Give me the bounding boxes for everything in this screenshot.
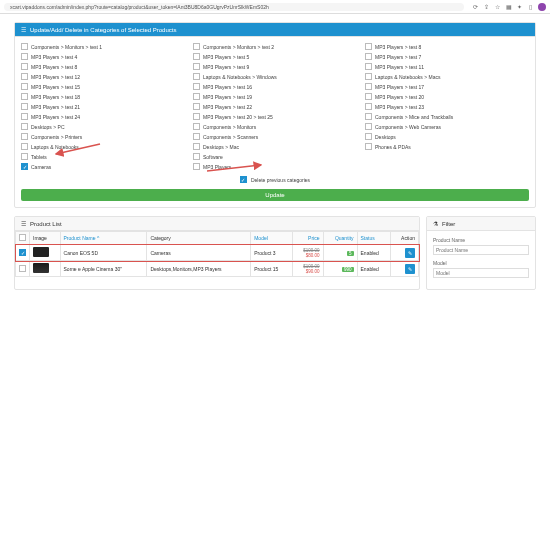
col-quantity[interactable]: Quantity bbox=[323, 232, 357, 245]
filter-model-field: Model bbox=[433, 260, 529, 278]
category-label: Components > Monitors bbox=[203, 124, 256, 130]
category-row: MP3 Players > test 22 bbox=[193, 103, 357, 110]
category-row: Desktops > PC bbox=[21, 123, 185, 130]
category-checkbox[interactable] bbox=[193, 143, 200, 150]
url-input[interactable]: xcart.vipaddons.com/admin/index.php?rout… bbox=[4, 3, 464, 11]
category-row: MP3 Players > test 9 bbox=[193, 63, 357, 70]
category-label: Laptops & Notebooks > Macs bbox=[375, 74, 440, 80]
category-checkbox[interactable] bbox=[193, 83, 200, 90]
row-checkbox[interactable] bbox=[19, 265, 26, 272]
cell-price: $100.00$80.00 bbox=[292, 245, 323, 261]
category-label: Components > Printers bbox=[31, 134, 82, 140]
col-name[interactable]: Product Name ^ bbox=[60, 232, 147, 245]
category-label: Desktops > PC bbox=[31, 124, 65, 130]
category-row: MP3 Players > test 5 bbox=[193, 53, 357, 60]
category-checkbox[interactable] bbox=[365, 123, 372, 130]
category-columns: Components > Monitors > test 1MP3 Player… bbox=[21, 43, 529, 170]
category-checkbox[interactable] bbox=[193, 43, 200, 50]
category-checkbox[interactable] bbox=[21, 73, 28, 80]
col-action: Action bbox=[391, 232, 419, 245]
cell-status: Enabled bbox=[357, 261, 391, 277]
bookmark-icon[interactable]: ▯ bbox=[527, 3, 534, 10]
category-checkbox[interactable] bbox=[193, 163, 200, 170]
category-checkbox[interactable] bbox=[21, 103, 28, 110]
category-checkbox[interactable] bbox=[365, 113, 372, 120]
share-icon[interactable]: ⇪ bbox=[483, 3, 490, 10]
category-row: Components > Mice and Trackballs bbox=[365, 113, 529, 120]
category-label: Cameras bbox=[31, 164, 51, 170]
category-label: Components > Scanners bbox=[203, 134, 258, 140]
category-row: MP3 Players bbox=[193, 163, 357, 170]
category-checkbox[interactable] bbox=[21, 63, 28, 70]
category-checkbox[interactable] bbox=[193, 133, 200, 140]
extension-icon[interactable]: ▦ bbox=[505, 3, 512, 10]
category-checkbox[interactable] bbox=[21, 43, 28, 50]
category-checkbox[interactable] bbox=[365, 143, 372, 150]
category-checkbox[interactable] bbox=[365, 93, 372, 100]
category-label: MP3 Players > test 18 bbox=[31, 94, 80, 100]
cell-qty: 990 bbox=[323, 261, 357, 277]
category-label: Laptops & Notebooks bbox=[31, 144, 79, 150]
category-checkbox[interactable] bbox=[193, 123, 200, 130]
category-label: Laptops & Notebooks > Windows bbox=[203, 74, 277, 80]
category-checkbox[interactable] bbox=[21, 143, 28, 150]
category-label: MP3 Players > test 16 bbox=[203, 84, 252, 90]
edit-button[interactable]: ✎ bbox=[405, 264, 415, 274]
category-row: MP3 Players > test 8 bbox=[21, 63, 185, 70]
cell-status: Enabled bbox=[357, 245, 391, 261]
category-checkbox[interactable] bbox=[193, 103, 200, 110]
category-label: MP3 Players > test 8 bbox=[31, 64, 77, 70]
category-row: Tablets bbox=[21, 153, 185, 160]
category-row: Components > Printers bbox=[21, 133, 185, 140]
category-row: MP3 Players > test 11 bbox=[365, 63, 529, 70]
edit-button[interactable]: ✎ bbox=[405, 248, 415, 258]
category-checkbox[interactable] bbox=[365, 83, 372, 90]
category-label: Components > Monitors > test 2 bbox=[203, 44, 274, 50]
puzzle-icon[interactable]: ✦ bbox=[516, 3, 523, 10]
category-label: MP3 Players > test 19 bbox=[203, 94, 252, 100]
category-row: Phones & PDAs bbox=[365, 143, 529, 150]
category-label: MP3 Players > test 20 > test 25 bbox=[203, 114, 273, 120]
category-checkbox[interactable] bbox=[365, 133, 372, 140]
category-checkbox[interactable] bbox=[365, 103, 372, 110]
update-button[interactable]: Update bbox=[21, 189, 529, 201]
col-model[interactable]: Model bbox=[251, 232, 292, 245]
category-checkbox[interactable] bbox=[21, 93, 28, 100]
category-checkbox[interactable] bbox=[365, 53, 372, 60]
cell-category: Desktops,Monitors,MP3 Players bbox=[147, 261, 251, 277]
category-checkbox[interactable] bbox=[193, 73, 200, 80]
select-all-checkbox[interactable] bbox=[19, 234, 26, 241]
col-image: Image bbox=[30, 232, 61, 245]
category-checkbox[interactable]: ✓ bbox=[21, 163, 28, 170]
category-checkbox[interactable] bbox=[193, 53, 200, 60]
col-price[interactable]: Price bbox=[292, 232, 323, 245]
row-checkbox[interactable]: ✓ bbox=[19, 249, 26, 256]
category-checkbox[interactable] bbox=[21, 113, 28, 120]
category-checkbox[interactable] bbox=[193, 153, 200, 160]
category-checkbox[interactable] bbox=[193, 63, 200, 70]
category-checkbox[interactable] bbox=[365, 43, 372, 50]
category-row: Components > Monitors > test 1 bbox=[21, 43, 185, 50]
category-label: MP3 Players > test 8 bbox=[375, 44, 421, 50]
category-checkbox[interactable] bbox=[21, 153, 28, 160]
col-status[interactable]: Status bbox=[357, 232, 391, 245]
table-row: Some e Apple Cinema 30"Desktops,Monitors… bbox=[16, 261, 419, 277]
category-checkbox[interactable] bbox=[21, 133, 28, 140]
delete-previous-checkbox[interactable]: ✓ bbox=[240, 176, 247, 183]
categories-panel-title: Update/Add/ Delete in Categories of Sele… bbox=[30, 27, 176, 33]
category-checkbox[interactable] bbox=[365, 73, 372, 80]
category-checkbox[interactable] bbox=[193, 113, 200, 120]
refresh-icon[interactable]: ⟳ bbox=[472, 3, 479, 10]
category-checkbox[interactable] bbox=[365, 63, 372, 70]
category-checkbox[interactable] bbox=[21, 123, 28, 130]
category-checkbox[interactable] bbox=[21, 53, 28, 60]
category-checkbox[interactable] bbox=[193, 93, 200, 100]
category-label: MP3 Players > test 7 bbox=[375, 54, 421, 60]
filter-name-input[interactable] bbox=[433, 245, 529, 255]
category-checkbox[interactable] bbox=[21, 83, 28, 90]
filter-model-input[interactable] bbox=[433, 268, 529, 278]
category-row: Desktops > Mac bbox=[193, 143, 357, 150]
star-icon[interactable]: ☆ bbox=[494, 3, 501, 10]
profile-avatar[interactable] bbox=[538, 3, 546, 11]
col-category: Category bbox=[147, 232, 251, 245]
